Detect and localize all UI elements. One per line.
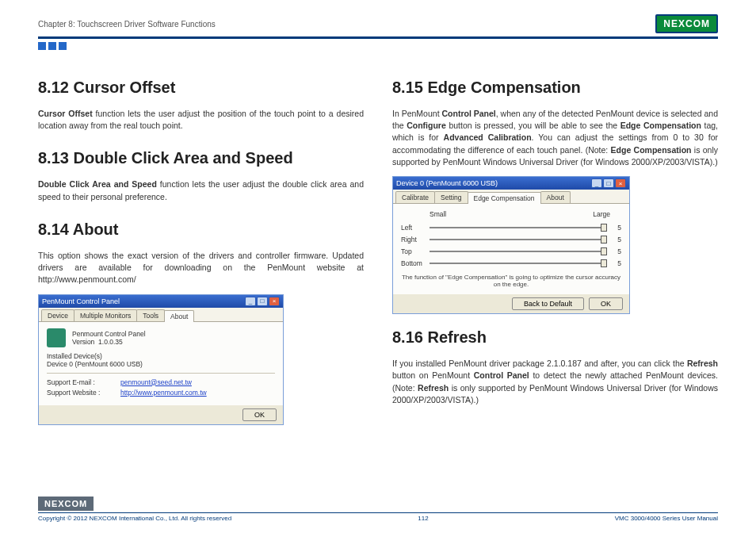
installed-device: Device 0 (PenMount 6000 USB) — [47, 360, 275, 368]
chapter-label: Chapter 8: Touchscreen Driver Software F… — [38, 20, 216, 29]
minimize-icon[interactable]: _ — [591, 178, 602, 188]
top-label: Top — [401, 247, 425, 255]
close-icon[interactable]: × — [269, 297, 280, 306]
about-window-title: PenMount Control Panel — [42, 297, 120, 305]
about-window: PenMount Control Panel _ □ × Device Mult… — [38, 294, 284, 425]
ok-button-2[interactable]: OK — [589, 297, 623, 310]
copyright: Copyright © 2012 NEXCOM International Co… — [38, 515, 231, 522]
heading-8-12: 8.12 Cursor Offset — [38, 79, 364, 97]
tab-about[interactable]: About — [164, 310, 194, 322]
tab-setting[interactable]: Setting — [434, 191, 468, 203]
edge-note: The function of "Edge Compensation" is g… — [401, 274, 621, 288]
close-icon[interactable]: × — [615, 178, 626, 188]
edge-window-title: Device 0 (PenMount 6000 USB) — [396, 179, 498, 187]
para-8-12: Cursor Offset function lets the user adj… — [38, 108, 364, 132]
tab-device[interactable]: Device — [41, 309, 74, 321]
installed-label: Installed Device(s) — [47, 352, 275, 360]
support-web-link[interactable]: http://www.penmount.com.tw — [120, 389, 207, 397]
right-label: Right — [401, 236, 425, 243]
top-slider[interactable] — [430, 251, 607, 252]
left-slider[interactable] — [430, 227, 607, 228]
left-value: 5 — [612, 224, 621, 232]
maximize-icon[interactable]: □ — [603, 178, 614, 188]
left-label: Left — [401, 224, 425, 232]
support-email-label: Support E-mail : — [47, 378, 114, 386]
decorative-blocks — [38, 42, 718, 50]
support-email-link[interactable]: penmount@seed.net.tw — [120, 378, 192, 386]
footer-brand-logo: NEXCOM — [38, 497, 94, 511]
bottom-value: 5 — [612, 259, 621, 267]
heading-8-13: 8.13 Double Click Area and Speed — [38, 149, 364, 167]
tab-multiple-monitors[interactable]: Multiple Monitors — [74, 309, 137, 321]
doc-title: VMC 3000/4000 Series User Manual — [615, 515, 718, 522]
minimize-icon[interactable]: _ — [245, 297, 256, 306]
header-rule — [38, 36, 718, 39]
top-value: 5 — [612, 247, 621, 255]
brand-logo: NEXCOM — [655, 14, 718, 33]
para-8-14: This option shows the exact version of t… — [38, 250, 364, 286]
heading-8-15: 8.15 Edge Compensation — [392, 79, 718, 97]
para-8-15: In PenMount Control Panel, when any of t… — [392, 108, 718, 168]
version-label: Version — [72, 338, 94, 346]
bottom-slider[interactable] — [430, 263, 607, 264]
heading-8-14: 8.14 About — [38, 220, 364, 239]
window-buttons: _ □ × — [591, 178, 626, 188]
para-8-16: If you installed PenMount driver package… — [392, 358, 718, 406]
version-value: 1.0.0.35 — [98, 338, 123, 346]
tab-calibrate[interactable]: Calibrate — [395, 191, 435, 203]
about-name: Penmount Control Panel — [72, 330, 146, 338]
para-8-13: Double Click Area and Speed function let… — [38, 178, 364, 202]
support-web-label: Support Website : — [47, 389, 114, 397]
tab-tools[interactable]: Tools — [136, 309, 165, 321]
edge-comp-window: Device 0 (PenMount 6000 USB) _ □ × Calib… — [392, 176, 630, 314]
bottom-label: Bottom — [401, 259, 425, 267]
footer-rule — [38, 512, 718, 513]
tab-edge-compensation[interactable]: Edge Compensation — [468, 192, 541, 204]
ok-button[interactable]: OK — [242, 408, 277, 421]
maximize-icon[interactable]: □ — [257, 297, 268, 306]
right-value: 5 — [612, 236, 621, 243]
window-buttons: _ □ × — [245, 297, 280, 306]
small-label: Small — [430, 210, 446, 218]
page-number: 112 — [418, 515, 428, 522]
tab-about-2[interactable]: About — [540, 191, 571, 203]
right-slider[interactable] — [430, 239, 607, 240]
back-default-button[interactable]: Back to Default — [512, 297, 584, 310]
heading-8-16: 8.16 Refresh — [392, 328, 718, 347]
large-label: Large — [593, 210, 610, 218]
about-icon — [47, 328, 66, 347]
